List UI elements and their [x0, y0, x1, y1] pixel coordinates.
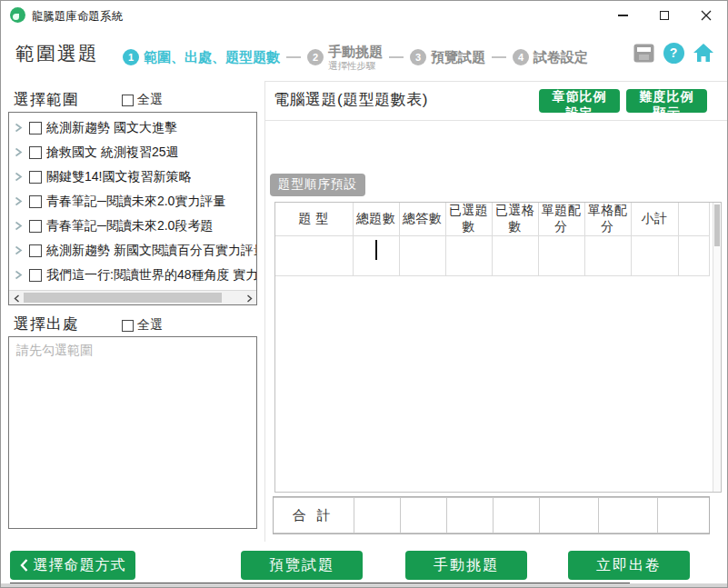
table-input-cell[interactable]	[538, 236, 584, 276]
total-cell	[657, 498, 709, 533]
step-number: 4	[513, 49, 529, 65]
tree-item[interactable]: 青春筆記─閱讀未來2.0實力評量	[9, 189, 256, 214]
table-input-cell[interactable]	[399, 236, 445, 276]
step-label: 範圍、出處、題型題數	[144, 49, 280, 65]
step-1[interactable]: 1範圍、出處、題型題數	[123, 49, 280, 65]
divider	[264, 81, 265, 542]
total-cell	[598, 498, 657, 533]
tree-item[interactable]: 關鍵雙14!國文複習新策略	[9, 164, 256, 189]
item-checkbox[interactable]	[29, 146, 42, 159]
expand-chevron-icon[interactable]	[15, 147, 25, 157]
tree-item-label: 青春筆記─閱讀未來2.0段考題	[46, 218, 213, 234]
titlebar: 龍騰題庫命題系統	[1, 1, 727, 30]
expand-chevron-icon[interactable]	[15, 196, 25, 206]
item-checkbox[interactable]	[29, 122, 42, 135]
choose-method-back-button[interactable]: 選擇命題方式	[10, 551, 135, 580]
step-3[interactable]: 3預覽試題	[410, 49, 485, 65]
tree-item[interactable]: 統測新趨勢 國文大進擊	[9, 115, 256, 140]
item-checkbox[interactable]	[29, 195, 42, 208]
horizontal-scrollbar[interactable]	[9, 290, 256, 304]
table-header-cell	[678, 203, 709, 236]
steps: 1範圍、出處、題型題數2手動挑題選擇性步驟3預覽試題4試卷設定	[123, 39, 588, 75]
table-header-cell: 總題數	[353, 203, 399, 236]
range-tree: 統測新趨勢 國文大進擊搶救國文 統測複習25週關鍵雙14!國文複習新策略青春筆記…	[9, 115, 256, 290]
vscrollbar-thumb[interactable]	[714, 204, 720, 246]
item-checkbox[interactable]	[29, 244, 42, 257]
expand-chevron-icon[interactable]	[15, 221, 25, 231]
expand-chevron-icon[interactable]	[15, 123, 25, 133]
expand-chevron-icon[interactable]	[15, 245, 25, 255]
header-icons: ?	[633, 42, 714, 64]
bottom-strip	[1, 583, 727, 588]
step-label-wrap: 預覽試題	[431, 49, 485, 65]
total-row: 合 計	[274, 498, 709, 533]
maximize-icon	[660, 11, 669, 20]
table-header-cell: 小計	[631, 203, 678, 236]
generate-paper-button[interactable]: 立即出卷	[568, 551, 690, 580]
tree-item-label: 搶救國文 統測複習25週	[46, 145, 178, 161]
step-separator	[286, 56, 301, 58]
item-checkbox[interactable]	[29, 269, 42, 282]
expand-chevron-icon[interactable]	[15, 270, 25, 280]
item-checkbox[interactable]	[29, 171, 42, 184]
table-header-cell: 題 型	[275, 203, 353, 236]
step-separator	[389, 56, 404, 58]
range-select-all-label: 全選	[137, 92, 163, 108]
chapter-ratio-button[interactable]: 章節比例設定	[539, 89, 620, 113]
table-input-cell[interactable]	[492, 236, 538, 276]
source-select-all[interactable]: 全選	[122, 317, 163, 334]
table-header-cell: 單題配分	[538, 203, 584, 236]
help-button[interactable]: ?	[663, 42, 684, 64]
page-title: 範圍選題	[15, 41, 99, 66]
manual-pick-button[interactable]: 手動挑題	[405, 551, 527, 580]
scroll-right-icon[interactable]	[244, 293, 254, 304]
question-type-table: 題 型總題數總答數已選題數已選格數單題配分單格配分小計	[275, 203, 710, 276]
preview-questions-button[interactable]: 預覽試題	[241, 551, 363, 580]
order-preset-badge: 題型順序預設	[270, 174, 365, 196]
step-number: 2	[307, 49, 324, 65]
item-checkbox[interactable]	[29, 220, 42, 233]
maximize-button[interactable]	[643, 1, 685, 30]
total-cell	[400, 498, 446, 533]
table-input-cell[interactable]	[631, 236, 678, 276]
total-cell	[493, 498, 539, 533]
computer-select-title: 電腦選題(題型題數表)	[274, 89, 428, 110]
expand-chevron-icon[interactable]	[15, 172, 25, 182]
tree-item[interactable]: 青春筆記─閱讀未來2.0段考題	[9, 214, 256, 238]
text-caret	[375, 240, 377, 260]
tree-item[interactable]: 我們這一行:閱讀世界的48種角度 實力評量	[9, 263, 256, 287]
table-input-cell[interactable]	[275, 236, 353, 276]
table-input-cell[interactable]	[445, 236, 492, 276]
minimize-icon	[618, 15, 628, 16]
total-label-cell: 合 計	[274, 498, 354, 533]
source-select-all-label: 全選	[137, 317, 163, 334]
table-input-cell[interactable]	[678, 236, 709, 276]
table-input-cell[interactable]	[584, 236, 631, 276]
save-button[interactable]	[633, 42, 654, 64]
home-button[interactable]	[693, 42, 714, 64]
source-listbox: 請先勾選範圍	[8, 336, 257, 529]
scroll-left-icon[interactable]	[11, 293, 22, 304]
table-header-cell: 總答數	[399, 203, 445, 236]
divider	[264, 120, 728, 121]
difficulty-ratio-button[interactable]: 難度比例顯示	[626, 89, 707, 113]
step-label: 試卷設定	[534, 49, 588, 65]
range-select-all[interactable]: 全選	[122, 92, 163, 108]
vertical-scrollbar[interactable]	[713, 203, 721, 492]
step-2[interactable]: 2手動挑題選擇性步驟	[307, 44, 383, 70]
source-select-all-checkbox[interactable]	[122, 320, 134, 332]
tree-item-label: 青春筆記─閱讀未來2.0實力評量	[46, 194, 225, 210]
step-label: 預覽試題	[431, 49, 485, 65]
table-input-cell[interactable]	[353, 236, 399, 276]
scrollbar-thumb[interactable]	[24, 293, 222, 303]
tree-item[interactable]: 統測新趨勢 新國文閱讀百分百實力評量	[9, 238, 256, 263]
minimize-button[interactable]	[602, 1, 643, 30]
question-type-table-container: 題 型總題數總答數已選題數已選格數單題配分單格配分小計	[274, 202, 722, 493]
source-panel-title: 選擇出處	[14, 314, 79, 334]
close-button[interactable]	[685, 1, 727, 30]
tree-item[interactable]: 搶救國文 統測複習25週	[9, 140, 256, 164]
range-select-all-checkbox[interactable]	[122, 95, 134, 106]
total-cell	[539, 498, 598, 533]
step-4[interactable]: 4試卷設定	[513, 49, 588, 65]
table-header-cell: 已選格數	[492, 203, 538, 236]
